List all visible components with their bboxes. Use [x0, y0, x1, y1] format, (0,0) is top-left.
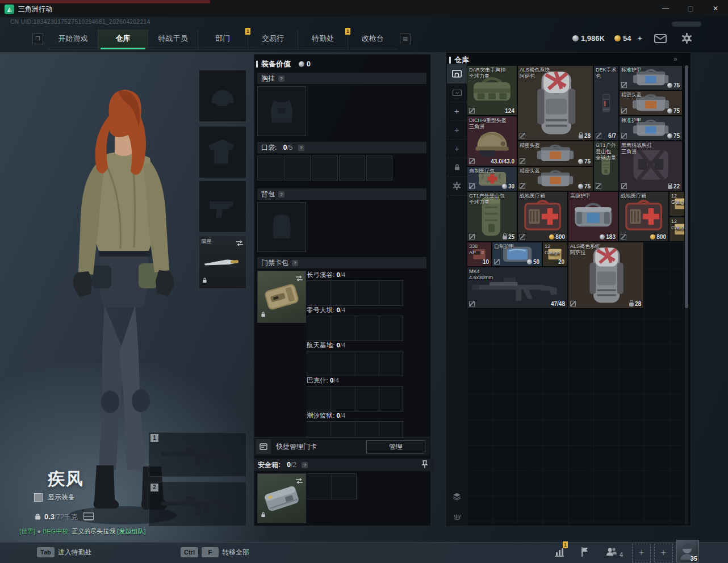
keycard-slot[interactable] [355, 316, 379, 341]
pocket-slot[interactable] [312, 156, 338, 180]
nav-tab-特勤处[interactable]: 特勤处 [298, 30, 348, 49]
chat-message[interactable]: [世界] ● BEG中校: 正义的尽头拉我 [发起组队] [19, 527, 145, 536]
safebox-slot[interactable] [307, 474, 332, 499]
nav-tab-改枪台[interactable]: 改枪台1 [348, 30, 398, 49]
keycard-slot[interactable] [331, 386, 355, 411]
chest-rig-slot[interactable] [257, 86, 306, 136]
team-icon[interactable]: 4 [605, 547, 623, 558]
keycard-slot[interactable] [307, 316, 331, 341]
rail-supply-crate[interactable]: IV [447, 83, 467, 102]
stats-chart-icon[interactable]: 1 [554, 547, 565, 560]
collapse-button[interactable]: ❐ [32, 33, 43, 44]
primary-weapon-slot-1[interactable]: 1 [149, 432, 246, 477]
nav-tab-交易行[interactable]: 交易行1 [248, 30, 298, 49]
pocket-slot[interactable] [339, 156, 365, 180]
keycard-slot[interactable] [355, 422, 379, 437]
keycard-slot[interactable] [355, 281, 379, 305]
shirt-slot[interactable] [199, 126, 246, 178]
keycard-slot[interactable] [331, 422, 355, 437]
teammate-slot-1[interactable]: + [632, 544, 651, 562]
storage-item[interactable]: 自制护甲50 [492, 242, 542, 267]
show-equipment-checkbox[interactable] [34, 493, 43, 502]
help-icon[interactable]: ? [278, 75, 284, 82]
storage-item[interactable]: 标准护甲75 [619, 65, 683, 90]
storage-item[interactable]: ALS褐色系统阿萨包28 [517, 65, 593, 141]
join-team-link[interactable]: [发起组队] [117, 528, 145, 535]
keycard-slot[interactable] [379, 281, 403, 305]
storage-item[interactable]: 高级护甲183 [568, 191, 618, 242]
transfer-all-shortcut[interactable]: CtrlF转移全部 [181, 547, 249, 557]
help-icon[interactable]: ? [298, 145, 304, 151]
maximize-button[interactable]: ▢ [678, 0, 703, 17]
keycard-slot[interactable] [307, 351, 331, 376]
storage-item[interactable]: 精密头盔75 [517, 166, 593, 191]
rail-add-tab[interactable]: + [447, 139, 467, 158]
storage-item[interactable]: ALS褐色系统阿萨拉28 [568, 242, 644, 309]
keycard-slot[interactable] [355, 351, 379, 376]
rail-stacked-layers[interactable] [447, 487, 467, 506]
manage-button[interactable]: 管理 [366, 440, 425, 453]
keycard-slot[interactable] [331, 316, 355, 341]
melee-weapon-slot[interactable]: 陨星 [199, 236, 246, 289]
keycard-slot[interactable] [379, 351, 403, 376]
primary-weapon-slot-2[interactable]: 2 [149, 482, 246, 526]
keycard-slot[interactable] [307, 386, 331, 411]
storage-item[interactable]: MK44.6x30mm47/48 [467, 267, 568, 309]
storage-item[interactable]: 12 Gauge20 [669, 217, 684, 242]
storage-item[interactable]: 12 Gauge20 [669, 191, 684, 216]
storage-item[interactable]: DEK手术包6/7 [593, 65, 619, 141]
panel-collapse-icon[interactable]: » [673, 55, 677, 63]
storage-item[interactable]: 精密头盔75 [517, 141, 593, 166]
keycard-slot[interactable] [307, 281, 331, 305]
scrollbar-thumb[interactable] [685, 65, 688, 308]
safebox-item[interactable] [257, 473, 306, 523]
storage-item[interactable]: 黑鹰猎战胸挂三角洲22 [619, 141, 683, 191]
keycard-slot[interactable] [379, 386, 403, 411]
rail-add-tab[interactable]: + [447, 102, 467, 121]
keycard-holder-item[interactable] [257, 271, 306, 323]
pocket-slot[interactable] [284, 156, 311, 180]
storage-item[interactable]: 精密头盔75 [619, 90, 683, 116]
add-gold-button[interactable]: + [638, 34, 642, 43]
storage-item[interactable]: 自制医疗包30 [467, 166, 517, 191]
rail-add-tab[interactable]: + [447, 120, 467, 140]
flag-icon[interactable] [580, 547, 589, 560]
keycard-slot[interactable] [379, 422, 403, 437]
backpack-slot[interactable] [257, 202, 306, 252]
storage-item[interactable]: GT1户外登山包全球力量25 [467, 191, 517, 242]
rail-grab-claw[interactable] [447, 506, 467, 525]
detail-list-icon[interactable] [83, 512, 94, 520]
teammate-slot-2[interactable]: + [654, 544, 673, 562]
mail-icon[interactable] [654, 34, 667, 45]
pocket-slot[interactable] [257, 156, 283, 180]
close-button[interactable]: ✕ [703, 0, 728, 17]
pin-icon[interactable] [421, 460, 428, 473]
storage-item[interactable]: 战地医疗箱800 [618, 191, 669, 242]
storage-item[interactable]: GT1户外登山包全球力量 [593, 141, 619, 191]
nav-tab-仓库[interactable]: 仓库 [98, 30, 148, 49]
storage-item[interactable]: 338AP10 [467, 242, 492, 267]
rail-tab-settings[interactable] [447, 177, 467, 196]
keycard-slot[interactable] [307, 422, 331, 437]
gear-icon[interactable] [681, 33, 692, 46]
help-icon[interactable]: ? [302, 462, 308, 468]
minimize-button[interactable]: — [653, 0, 678, 17]
keycard-slot[interactable] [331, 281, 355, 305]
nav-tab-开始游戏[interactable]: 开始游戏 [48, 30, 98, 49]
more-nav-button[interactable]: ▤ [400, 33, 411, 44]
pistol-slot[interactable] [199, 180, 246, 233]
safebox-slot[interactable] [332, 474, 355, 499]
helmet-slot[interactable] [199, 70, 246, 122]
storage-item[interactable]: 12 Gauge20 [542, 242, 567, 267]
rail-locked-tab[interactable] [447, 158, 467, 177]
nav-tab-部门[interactable]: 部门 [198, 30, 248, 49]
storage-item[interactable]: 标准护甲75 [619, 116, 683, 141]
storage-item[interactable]: DAR突击手胸挂全球力量124 [467, 65, 517, 116]
rail-storage-home[interactable] [447, 64, 467, 83]
keycard-slot[interactable] [355, 386, 379, 411]
nav-tab-特战干员[interactable]: 特战干员 [148, 30, 198, 49]
player-avatar[interactable]: 35 [676, 540, 699, 562]
keycard-slot[interactable] [379, 316, 403, 341]
storage-item[interactable]: 战地医疗箱800 [517, 191, 568, 242]
enter-blackops-shortcut[interactable]: Tab进入特勤处 [37, 547, 92, 557]
